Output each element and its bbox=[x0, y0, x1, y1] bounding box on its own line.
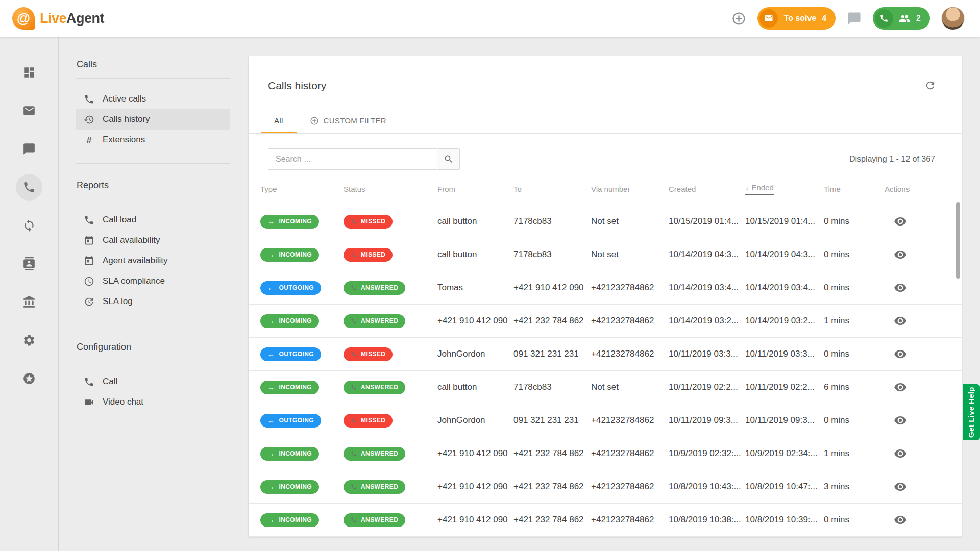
rail-stars-button[interactable] bbox=[16, 365, 42, 392]
column-header-time[interactable]: Time bbox=[824, 185, 885, 193]
view-call-button[interactable] bbox=[894, 314, 907, 328]
via-number-cell: +421232784862 bbox=[591, 415, 669, 425]
time-cell: 3 mins bbox=[824, 482, 885, 492]
call-row[interactable]: →INCOMINGMISSEDcall button7178cb83Not se… bbox=[249, 238, 962, 271]
eye-icon bbox=[894, 314, 907, 328]
rail-dashboard-button[interactable] bbox=[16, 59, 42, 86]
view-call-button[interactable] bbox=[894, 215, 907, 228]
ended-cell: 10/14/2019 03:2... bbox=[745, 316, 824, 326]
rail-contacts-button[interactable] bbox=[16, 251, 42, 277]
call-row[interactable]: →INCOMINGANSWERED+421 910 412 090+421 23… bbox=[249, 437, 962, 470]
column-header-ended[interactable]: ↓Ended bbox=[745, 183, 824, 195]
status-cell: MISSED bbox=[344, 414, 437, 428]
chats-button[interactable] bbox=[847, 11, 862, 26]
sidebar-item-extensions[interactable]: #Extensions bbox=[76, 130, 230, 150]
ended-cell: 10/8/2019 10:39:... bbox=[745, 515, 824, 525]
column-header-type[interactable]: Type bbox=[260, 185, 344, 193]
actions-cell bbox=[885, 480, 962, 493]
to-solve-pill[interactable]: To solve 4 bbox=[757, 7, 836, 30]
type-badge: →INCOMING bbox=[260, 248, 319, 262]
sidebar-item-agent-availability[interactable]: Agent availability bbox=[76, 251, 230, 271]
sidebar-section-reports: ReportsCall loadCall availabilityAgent a… bbox=[76, 163, 230, 312]
calls-history-card: Calls history All CUSTOM FILTER Displayi… bbox=[249, 56, 962, 537]
sidebar-item-calls-history[interactable]: Calls history bbox=[76, 109, 230, 130]
call-row[interactable]: ←OUTGOINGANSWEREDTomas+421 910 412 090+4… bbox=[249, 271, 962, 305]
sidebar-item-sla-log[interactable]: SLA log bbox=[76, 291, 230, 312]
column-header-via-number[interactable]: Via number bbox=[591, 185, 669, 193]
phone-icon bbox=[879, 14, 889, 23]
type-badge: ←OUTGOING bbox=[260, 281, 321, 295]
from-cell: call button bbox=[437, 382, 513, 392]
via-number-cell: +421232784862 bbox=[591, 316, 669, 326]
column-header-from[interactable]: From bbox=[437, 185, 513, 193]
view-call-button[interactable] bbox=[894, 381, 907, 394]
sidebar-item-active-calls[interactable]: Active calls bbox=[76, 89, 230, 109]
created-cell: 10/14/2019 03:2... bbox=[669, 316, 745, 326]
status-badge: MISSED bbox=[344, 248, 393, 262]
to-cell: 091 321 231 231 bbox=[513, 415, 591, 425]
status-badge: MISSED bbox=[344, 215, 393, 229]
rail-phone-button[interactable] bbox=[16, 174, 42, 201]
column-header-to[interactable]: To bbox=[513, 185, 591, 193]
search-input[interactable] bbox=[268, 148, 437, 170]
rail-mail-button[interactable] bbox=[16, 97, 42, 124]
created-cell: 10/11/2019 09:3... bbox=[669, 415, 745, 425]
sidebar-item-video-chat[interactable]: Video chat bbox=[76, 392, 230, 412]
via-number-cell: +421232784862 bbox=[591, 482, 669, 492]
search-button[interactable] bbox=[437, 148, 460, 170]
view-call-button[interactable] bbox=[894, 414, 907, 427]
view-call-button[interactable] bbox=[894, 513, 907, 527]
column-header-actions[interactable]: Actions bbox=[885, 185, 962, 193]
sidebar-item-call-availability[interactable]: Call availability bbox=[76, 230, 230, 251]
rail-business-button[interactable] bbox=[16, 289, 42, 315]
tab-all[interactable]: All bbox=[261, 109, 297, 133]
brand-name: LiveAgent bbox=[40, 11, 104, 27]
sidebar-item-call-load[interactable]: Call load bbox=[76, 210, 230, 230]
call-row[interactable]: →INCOMINGMISSEDcall button7178cb83Not se… bbox=[249, 205, 962, 238]
type-badge: →INCOMING bbox=[260, 447, 319, 461]
type-cell: ←OUTGOING bbox=[260, 414, 344, 428]
from-cell: +421 910 412 090 bbox=[437, 515, 513, 525]
rail-sync-button[interactable] bbox=[16, 212, 42, 239]
actions-cell bbox=[885, 381, 962, 394]
view-call-button[interactable] bbox=[894, 447, 907, 460]
call-row[interactable]: ←OUTGOINGMISSEDJohnGordon091 321 231 231… bbox=[249, 404, 962, 437]
view-call-button[interactable] bbox=[894, 281, 907, 294]
call-row[interactable]: →INCOMINGANSWERED+421 910 412 090+421 23… bbox=[249, 504, 962, 537]
call-row[interactable]: →INCOMINGANSWERED+421 910 412 090+421 23… bbox=[249, 470, 962, 504]
calls-table: TypeStatusFromToVia numberCreated↓EndedT… bbox=[249, 173, 962, 537]
arrow-right-icon: → bbox=[267, 317, 275, 324]
table-toolbar: Displaying 1 - 12 of 367 bbox=[249, 134, 962, 173]
brand-logo[interactable]: @ LiveAgent bbox=[12, 7, 104, 30]
column-header-created[interactable]: Created bbox=[669, 185, 745, 193]
view-call-button[interactable] bbox=[894, 347, 907, 361]
call-row[interactable]: ←OUTGOINGMISSEDJohnGordon091 321 231 231… bbox=[249, 338, 962, 371]
call-row[interactable]: →INCOMINGANSWEREDcall button7178cb83Not … bbox=[249, 371, 962, 404]
status-cell: ANSWERED bbox=[344, 281, 437, 295]
type-cell: →INCOMING bbox=[260, 447, 344, 461]
view-call-button[interactable] bbox=[894, 248, 907, 261]
column-header-status[interactable]: Status bbox=[344, 185, 437, 193]
table-scrollbar[interactable] bbox=[955, 201, 961, 536]
section-divider bbox=[76, 361, 230, 361]
tab-custom-filter[interactable]: CUSTOM FILTER bbox=[297, 109, 400, 133]
user-avatar[interactable] bbox=[941, 7, 965, 30]
to-cell: 7178cb83 bbox=[513, 382, 591, 392]
active-calls-pill[interactable]: 2 bbox=[873, 7, 930, 30]
eye-icon bbox=[894, 480, 907, 493]
rail-settings-button[interactable] bbox=[16, 327, 42, 354]
sidebar-item-sla-compliance[interactable]: SLA compliance bbox=[76, 271, 230, 291]
arrow-right-icon: → bbox=[267, 483, 275, 490]
scrollbar-thumb[interactable] bbox=[956, 202, 960, 279]
get-live-help-tab[interactable]: Get Live Help bbox=[963, 384, 980, 440]
rail-chat-button[interactable] bbox=[16, 136, 42, 162]
arrow-right-icon: → bbox=[267, 218, 275, 225]
view-call-button[interactable] bbox=[894, 480, 907, 493]
liveagent-logo-icon: @ bbox=[12, 7, 35, 30]
people-icon bbox=[899, 13, 911, 24]
from-cell: call button bbox=[437, 216, 513, 227]
refresh-button[interactable] bbox=[924, 80, 936, 91]
sidebar-item-call[interactable]: Call bbox=[76, 371, 230, 392]
call-row[interactable]: →INCOMINGANSWERED+421 910 412 090+421 23… bbox=[249, 305, 962, 338]
add-new-button[interactable] bbox=[731, 11, 746, 26]
